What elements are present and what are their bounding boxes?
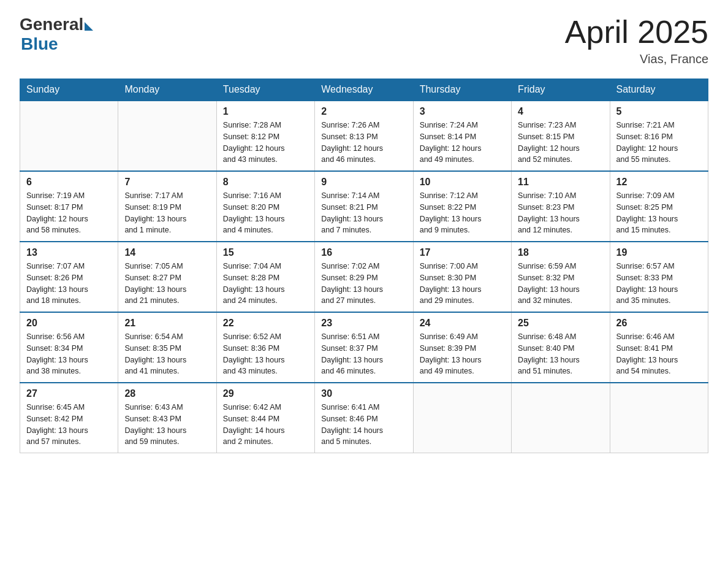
calendar-week-row: 6Sunrise: 7:19 AM Sunset: 8:17 PM Daylig… xyxy=(20,171,708,242)
day-number: 28 xyxy=(124,388,210,399)
calendar-day-cell: 24Sunrise: 6:49 AM Sunset: 8:39 PM Dayli… xyxy=(413,312,511,383)
day-info: Sunrise: 6:51 AM Sunset: 8:37 PM Dayligh… xyxy=(321,331,406,377)
day-info: Sunrise: 6:42 AM Sunset: 8:44 PM Dayligh… xyxy=(223,402,308,448)
day-number: 7 xyxy=(124,177,210,188)
logo-arrow-icon xyxy=(85,22,93,31)
calendar-header-wednesday: Wednesday xyxy=(315,79,413,101)
day-info: Sunrise: 6:59 AM Sunset: 8:32 PM Dayligh… xyxy=(518,261,603,307)
calendar-day-cell: 17Sunrise: 7:00 AM Sunset: 8:30 PM Dayli… xyxy=(413,242,511,312)
calendar-day-cell: 25Sunrise: 6:48 AM Sunset: 8:40 PM Dayli… xyxy=(512,312,610,383)
day-number: 5 xyxy=(616,106,702,117)
day-info: Sunrise: 6:56 AM Sunset: 8:34 PM Dayligh… xyxy=(26,331,112,377)
month-title: April 2025 xyxy=(565,15,708,50)
calendar-header-monday: Monday xyxy=(118,79,216,101)
calendar-day-cell: 12Sunrise: 7:09 AM Sunset: 8:25 PM Dayli… xyxy=(610,171,708,242)
day-info: Sunrise: 7:00 AM Sunset: 8:30 PM Dayligh… xyxy=(420,261,505,307)
calendar-header-saturday: Saturday xyxy=(610,79,708,101)
day-info: Sunrise: 7:04 AM Sunset: 8:28 PM Dayligh… xyxy=(223,261,308,307)
calendar-day-cell: 11Sunrise: 7:10 AM Sunset: 8:23 PM Dayli… xyxy=(512,171,610,242)
day-number: 18 xyxy=(518,247,603,258)
calendar-day-cell: 28Sunrise: 6:43 AM Sunset: 8:43 PM Dayli… xyxy=(118,383,216,453)
day-info: Sunrise: 7:19 AM Sunset: 8:17 PM Dayligh… xyxy=(26,190,112,236)
day-info: Sunrise: 7:12 AM Sunset: 8:22 PM Dayligh… xyxy=(420,190,505,236)
day-number: 4 xyxy=(518,106,603,117)
calendar-day-cell: 1Sunrise: 7:28 AM Sunset: 8:12 PM Daylig… xyxy=(216,101,314,171)
calendar-header-thursday: Thursday xyxy=(413,79,511,101)
day-number: 29 xyxy=(223,388,308,399)
calendar-day-cell: 20Sunrise: 6:56 AM Sunset: 8:34 PM Dayli… xyxy=(20,312,118,383)
day-number: 6 xyxy=(26,177,112,188)
calendar-day-cell xyxy=(118,101,216,171)
calendar-day-cell: 8Sunrise: 7:16 AM Sunset: 8:20 PM Daylig… xyxy=(216,171,314,242)
calendar-day-cell xyxy=(610,383,708,453)
calendar-day-cell: 10Sunrise: 7:12 AM Sunset: 8:22 PM Dayli… xyxy=(413,171,511,242)
day-info: Sunrise: 7:07 AM Sunset: 8:26 PM Dayligh… xyxy=(26,261,112,307)
calendar-day-cell: 29Sunrise: 6:42 AM Sunset: 8:44 PM Dayli… xyxy=(216,383,314,453)
calendar-week-row: 1Sunrise: 7:28 AM Sunset: 8:12 PM Daylig… xyxy=(20,101,708,171)
day-info: Sunrise: 6:57 AM Sunset: 8:33 PM Dayligh… xyxy=(616,261,702,307)
day-info: Sunrise: 7:09 AM Sunset: 8:25 PM Dayligh… xyxy=(616,190,702,236)
title-area: April 2025 Vias, France xyxy=(565,15,708,66)
calendar-day-cell: 27Sunrise: 6:45 AM Sunset: 8:42 PM Dayli… xyxy=(20,383,118,453)
day-number: 8 xyxy=(223,177,308,188)
day-info: Sunrise: 6:43 AM Sunset: 8:43 PM Dayligh… xyxy=(124,402,210,448)
day-info: Sunrise: 6:48 AM Sunset: 8:40 PM Dayligh… xyxy=(518,331,603,377)
day-info: Sunrise: 6:54 AM Sunset: 8:35 PM Dayligh… xyxy=(124,331,210,377)
calendar-day-cell xyxy=(413,383,511,453)
day-info: Sunrise: 7:23 AM Sunset: 8:15 PM Dayligh… xyxy=(518,120,603,166)
day-info: Sunrise: 7:28 AM Sunset: 8:12 PM Dayligh… xyxy=(223,120,308,166)
calendar-day-cell: 3Sunrise: 7:24 AM Sunset: 8:14 PM Daylig… xyxy=(413,101,511,171)
calendar-day-cell: 16Sunrise: 7:02 AM Sunset: 8:29 PM Dayli… xyxy=(315,242,413,312)
calendar-day-cell: 21Sunrise: 6:54 AM Sunset: 8:35 PM Dayli… xyxy=(118,312,216,383)
day-number: 10 xyxy=(420,177,505,188)
day-number: 24 xyxy=(420,318,505,329)
day-number: 3 xyxy=(420,106,505,117)
day-number: 22 xyxy=(223,318,308,329)
location-text: Vias, France xyxy=(565,52,708,66)
logo: General Blue xyxy=(20,15,93,54)
calendar-header-tuesday: Tuesday xyxy=(216,79,314,101)
calendar-day-cell: 22Sunrise: 6:52 AM Sunset: 8:36 PM Dayli… xyxy=(216,312,314,383)
day-number: 20 xyxy=(26,318,112,329)
day-info: Sunrise: 7:16 AM Sunset: 8:20 PM Dayligh… xyxy=(223,190,308,236)
day-number: 2 xyxy=(321,106,406,117)
day-number: 30 xyxy=(321,388,406,399)
day-info: Sunrise: 7:14 AM Sunset: 8:21 PM Dayligh… xyxy=(321,190,406,236)
calendar-week-row: 27Sunrise: 6:45 AM Sunset: 8:42 PM Dayli… xyxy=(20,383,708,453)
calendar-day-cell: 18Sunrise: 6:59 AM Sunset: 8:32 PM Dayli… xyxy=(512,242,610,312)
day-info: Sunrise: 7:26 AM Sunset: 8:13 PM Dayligh… xyxy=(321,120,406,166)
calendar-day-cell: 19Sunrise: 6:57 AM Sunset: 8:33 PM Dayli… xyxy=(610,242,708,312)
day-info: Sunrise: 7:02 AM Sunset: 8:29 PM Dayligh… xyxy=(321,261,406,307)
day-number: 19 xyxy=(616,247,702,258)
calendar-day-cell: 30Sunrise: 6:41 AM Sunset: 8:46 PM Dayli… xyxy=(315,383,413,453)
day-number: 27 xyxy=(26,388,112,399)
calendar-day-cell: 4Sunrise: 7:23 AM Sunset: 8:15 PM Daylig… xyxy=(512,101,610,171)
calendar-day-cell: 14Sunrise: 7:05 AM Sunset: 8:27 PM Dayli… xyxy=(118,242,216,312)
calendar-week-row: 20Sunrise: 6:56 AM Sunset: 8:34 PM Dayli… xyxy=(20,312,708,383)
calendar-week-row: 13Sunrise: 7:07 AM Sunset: 8:26 PM Dayli… xyxy=(20,242,708,312)
day-info: Sunrise: 7:24 AM Sunset: 8:14 PM Dayligh… xyxy=(420,120,505,166)
day-info: Sunrise: 7:17 AM Sunset: 8:19 PM Dayligh… xyxy=(124,190,210,236)
calendar-day-cell: 7Sunrise: 7:17 AM Sunset: 8:19 PM Daylig… xyxy=(118,171,216,242)
calendar-day-cell: 5Sunrise: 7:21 AM Sunset: 8:16 PM Daylig… xyxy=(610,101,708,171)
day-info: Sunrise: 6:49 AM Sunset: 8:39 PM Dayligh… xyxy=(420,331,505,377)
day-info: Sunrise: 7:10 AM Sunset: 8:23 PM Dayligh… xyxy=(518,190,603,236)
day-number: 25 xyxy=(518,318,603,329)
calendar-table: SundayMondayTuesdayWednesdayThursdayFrid… xyxy=(20,79,708,453)
logo-general-text: General xyxy=(20,15,83,34)
day-info: Sunrise: 6:46 AM Sunset: 8:41 PM Dayligh… xyxy=(616,331,702,377)
day-number: 1 xyxy=(223,106,308,117)
day-number: 16 xyxy=(321,247,406,258)
calendar-day-cell: 9Sunrise: 7:14 AM Sunset: 8:21 PM Daylig… xyxy=(315,171,413,242)
day-info: Sunrise: 6:41 AM Sunset: 8:46 PM Dayligh… xyxy=(321,402,406,448)
calendar-day-cell: 6Sunrise: 7:19 AM Sunset: 8:17 PM Daylig… xyxy=(20,171,118,242)
calendar-day-cell xyxy=(512,383,610,453)
page-header: General Blue April 2025 Vias, France xyxy=(20,15,708,66)
calendar-day-cell: 13Sunrise: 7:07 AM Sunset: 8:26 PM Dayli… xyxy=(20,242,118,312)
calendar-header-sunday: Sunday xyxy=(20,79,118,101)
day-number: 11 xyxy=(518,177,603,188)
day-number: 9 xyxy=(321,177,406,188)
calendar-day-cell: 26Sunrise: 6:46 AM Sunset: 8:41 PM Dayli… xyxy=(610,312,708,383)
calendar-header-friday: Friday xyxy=(512,79,610,101)
logo-blue-text: Blue xyxy=(21,34,58,54)
